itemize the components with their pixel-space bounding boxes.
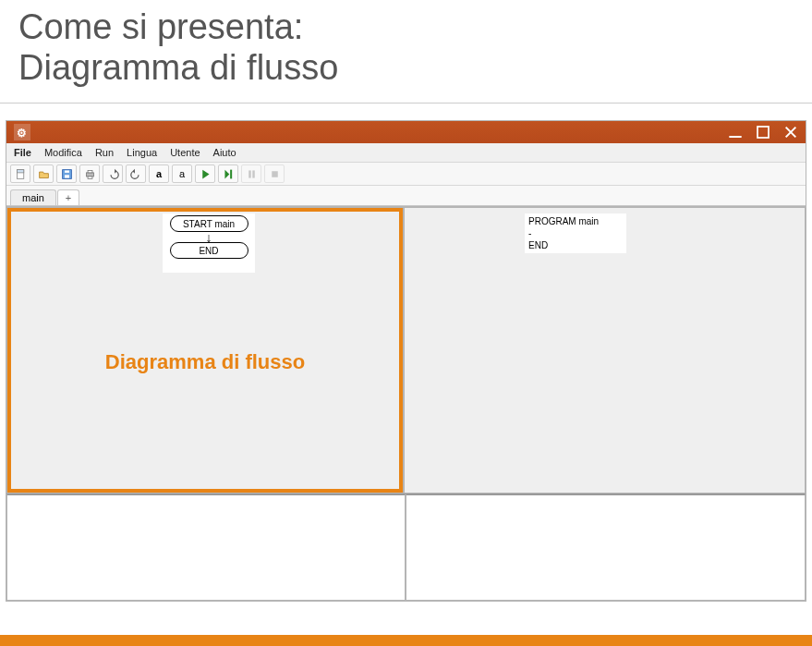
app-window: ⚙ File Modifica Run Lingua Utente Aiuto [6, 120, 806, 602]
code-line-2: - [528, 227, 623, 239]
titlebar: ⚙ [6, 121, 806, 143]
footer-bar [0, 635, 812, 646]
menu-file[interactable]: File [14, 147, 31, 158]
step-button[interactable] [218, 165, 238, 183]
print-button[interactable] [79, 165, 100, 183]
text-bold-button[interactable]: a [149, 165, 169, 183]
menu-utente[interactable]: Utente [170, 147, 200, 158]
menu-modifica[interactable]: Modifica [44, 147, 82, 158]
svg-rect-20 [252, 170, 254, 177]
flowchart-caption: Diagramma di flusso [7, 350, 403, 374]
svg-marker-17 [224, 170, 229, 179]
code-line-3: END [528, 239, 623, 251]
maximize-button[interactable] [756, 125, 770, 140]
title-divider [0, 103, 812, 104]
pause-button [241, 165, 261, 183]
svg-marker-16 [202, 170, 209, 179]
tab-main[interactable]: main [10, 189, 56, 205]
text-normal-button[interactable]: a [172, 165, 192, 183]
output-pane-right[interactable] [406, 494, 806, 601]
end-node-label: END [199, 246, 218, 256]
svg-marker-14 [115, 169, 116, 174]
svg-marker-15 [132, 169, 134, 174]
menu-aiuto[interactable]: Aiuto [213, 147, 236, 158]
svg-rect-19 [248, 170, 250, 177]
app-icon: ⚙ [14, 124, 30, 140]
close-button[interactable] [783, 125, 798, 140]
svg-rect-10 [65, 170, 69, 172]
code-line-1: PROGRAM main [528, 215, 623, 227]
menu-lingua[interactable]: Lingua [127, 147, 157, 158]
svg-text:⚙: ⚙ [17, 127, 27, 140]
tab-add[interactable]: + [57, 189, 79, 205]
slide-title-line2: Diagramma di flusso [18, 48, 338, 87]
stop-button [264, 165, 285, 183]
toolbar: a a [6, 162, 806, 186]
open-file-button[interactable] [33, 165, 54, 183]
output-pane-left[interactable] [6, 494, 406, 601]
end-node[interactable]: END [170, 242, 248, 259]
code-box: PROGRAM main - END [525, 213, 626, 253]
svg-rect-12 [88, 170, 92, 172]
svg-rect-21 [272, 171, 278, 177]
tabs: main + [6, 186, 806, 206]
menu-run[interactable]: Run [95, 147, 114, 158]
redo-button[interactable] [126, 165, 146, 183]
new-file-button[interactable] [10, 165, 30, 183]
flowchart: START main ↓ END [163, 213, 255, 273]
flow-arrow-icon: ↓ [206, 232, 212, 242]
workarea: START main ↓ END Diagramma di flusso PRO… [6, 206, 806, 601]
code-pane[interactable]: PROGRAM main - END [404, 207, 806, 494]
svg-rect-2 [729, 136, 741, 138]
flowchart-pane[interactable]: START main ↓ END Diagramma di flusso [6, 207, 404, 494]
svg-rect-13 [88, 177, 92, 178]
minimize-button[interactable] [728, 125, 743, 140]
start-node-label: START main [183, 219, 235, 229]
run-button[interactable] [195, 165, 215, 183]
svg-rect-9 [65, 175, 69, 177]
menubar: File Modifica Run Lingua Utente Aiuto [6, 143, 806, 162]
save-file-button[interactable] [56, 165, 77, 183]
svg-rect-3 [757, 127, 769, 138]
slide-title-line1: Come si presenta: [18, 7, 303, 46]
undo-button[interactable] [103, 165, 123, 183]
svg-rect-7 [17, 170, 23, 173]
svg-rect-11 [86, 173, 93, 177]
svg-rect-18 [230, 170, 232, 179]
slide-title: Come si presenta: Diagramma di flusso [0, 0, 812, 99]
